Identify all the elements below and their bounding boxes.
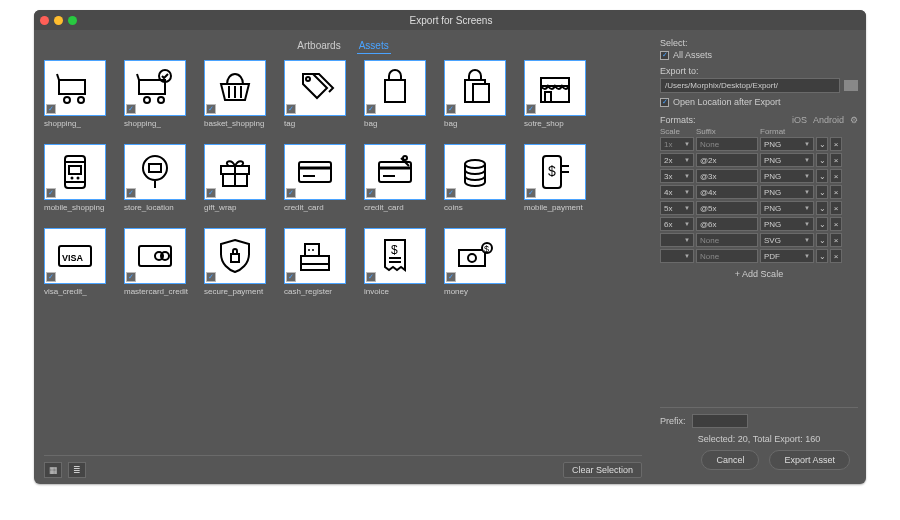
scale-select[interactable]: 5x▼ [660,201,694,215]
list-view-icon[interactable]: ≣ [68,462,86,478]
duplicate-row-icon[interactable]: ⌄ [816,201,828,215]
check-icon[interactable]: ✓ [286,272,296,282]
check-icon[interactable]: ✓ [526,104,536,114]
remove-row-icon[interactable]: × [830,137,842,151]
asset-mobile-cart[interactable]: ✓mobile_shopping [44,144,118,222]
asset-thumb[interactable]: ✓ [204,144,266,200]
check-icon[interactable]: ✓ [46,104,56,114]
remove-row-icon[interactable]: × [830,169,842,183]
asset-thumb[interactable]: ✓ [44,228,106,284]
asset-thumb[interactable]: ✓ [124,228,186,284]
format-select[interactable]: PDF▼ [760,249,814,263]
check-icon[interactable]: ✓ [286,104,296,114]
asset-coins[interactable]: ✓coins [444,144,518,222]
asset-thumb[interactable]: ✓ [284,144,346,200]
asset-thumb[interactable]: ✓ [44,144,106,200]
asset-bag-dual[interactable]: ✓bag [444,60,518,138]
scale-select[interactable]: 3x▼ [660,169,694,183]
remove-row-icon[interactable]: × [830,201,842,215]
duplicate-row-icon[interactable]: ⌄ [816,217,828,231]
duplicate-row-icon[interactable]: ⌄ [816,153,828,167]
export-path[interactable]: /Users/Morphix/Desktop/Export/ [660,78,840,93]
clear-selection-button[interactable]: Clear Selection [563,462,642,478]
asset-cart[interactable]: ✓shopping_ [44,60,118,138]
open-after-checkbox[interactable]: ✓Open Location after Export [660,97,858,107]
add-scale-button[interactable]: + Add Scale [660,269,858,279]
folder-icon[interactable] [844,80,858,91]
asset-thumb[interactable]: ✓ [204,60,266,116]
asset-shield-lock[interactable]: ✓secure_payment [204,228,278,306]
asset-thumb[interactable]: ✓ [204,228,266,284]
asset-thumb[interactable]: ✓ [524,144,586,200]
asset-thumb[interactable]: ✓ [444,144,506,200]
export-button[interactable]: Export Asset [769,450,850,470]
check-icon[interactable]: ✓ [126,188,136,198]
tab-assets[interactable]: Assets [357,38,391,54]
asset-money[interactable]: ✓money [444,228,518,306]
asset-basket[interactable]: ✓basket_shopping [204,60,278,138]
scale-select[interactable]: ▼ [660,249,694,263]
asset-phone-money[interactable]: ✓mobile_payment [524,144,598,222]
remove-row-icon[interactable]: × [830,185,842,199]
asset-store[interactable]: ✓sotre_shop [524,60,598,138]
check-icon[interactable]: ✓ [446,272,456,282]
check-icon[interactable]: ✓ [286,188,296,198]
suffix-input[interactable]: None [696,137,758,151]
grid-view-icon[interactable]: ▦ [44,462,62,478]
asset-pin-cart[interactable]: ✓store_location [124,144,198,222]
suffix-input[interactable]: None [696,249,758,263]
prefix-input[interactable] [692,414,748,428]
asset-thumb[interactable]: ✓ [364,60,426,116]
android-link[interactable]: Android [813,115,844,125]
asset-mastercard[interactable]: ✓mastercard_credit [124,228,198,306]
format-select[interactable]: SVG▼ [760,233,814,247]
asset-thumb[interactable]: ✓ [364,144,426,200]
format-select[interactable]: PNG▼ [760,169,814,183]
format-select[interactable]: PNG▼ [760,185,814,199]
asset-tag[interactable]: ✓tag [284,60,358,138]
asset-thumb[interactable]: ✓ [284,228,346,284]
check-icon[interactable]: ✓ [46,272,56,282]
asset-bag[interactable]: ✓bag [364,60,438,138]
check-icon[interactable]: ✓ [126,272,136,282]
scale-select[interactable]: 6x▼ [660,217,694,231]
asset-card[interactable]: ✓credit_card [284,144,358,222]
duplicate-row-icon[interactable]: ⌄ [816,233,828,247]
remove-row-icon[interactable]: × [830,233,842,247]
asset-thumb[interactable]: ✓ [44,60,106,116]
asset-register[interactable]: ✓cash_register [284,228,358,306]
asset-thumb[interactable]: ✓ [124,60,186,116]
asset-thumb[interactable]: ✓ [364,228,426,284]
suffix-input[interactable]: None [696,233,758,247]
check-icon[interactable]: ✓ [46,188,56,198]
ios-link[interactable]: iOS [792,115,807,125]
check-icon[interactable]: ✓ [206,104,216,114]
check-icon[interactable]: ✓ [366,104,376,114]
format-select[interactable]: PNG▼ [760,153,814,167]
suffix-input[interactable]: @3x [696,169,758,183]
check-icon[interactable]: ✓ [446,104,456,114]
format-select[interactable]: PNG▼ [760,137,814,151]
duplicate-row-icon[interactable]: ⌄ [816,249,828,263]
check-icon[interactable]: ✓ [366,188,376,198]
cancel-button[interactable]: Cancel [701,450,759,470]
format-select[interactable]: PNG▼ [760,201,814,215]
check-icon[interactable]: ✓ [526,188,536,198]
check-icon[interactable]: ✓ [366,272,376,282]
suffix-input[interactable]: @6x [696,217,758,231]
asset-thumb[interactable]: ✓ [444,60,506,116]
remove-row-icon[interactable]: × [830,153,842,167]
duplicate-row-icon[interactable]: ⌄ [816,185,828,199]
asset-thumb[interactable]: ✓ [124,144,186,200]
asset-visa[interactable]: ✓visa_credit_ [44,228,118,306]
asset-cart-check[interactable]: ✓shopping_ [124,60,198,138]
format-select[interactable]: PNG▼ [760,217,814,231]
asset-invoice[interactable]: ✓invoice [364,228,438,306]
suffix-input[interactable]: @4x [696,185,758,199]
check-icon[interactable]: ✓ [126,104,136,114]
asset-card-cut[interactable]: ✓credit_card [364,144,438,222]
all-assets-checkbox[interactable]: ✓All Assets [660,50,858,60]
scale-select[interactable]: ▼ [660,233,694,247]
scale-select[interactable]: 4x▼ [660,185,694,199]
check-icon[interactable]: ✓ [206,188,216,198]
